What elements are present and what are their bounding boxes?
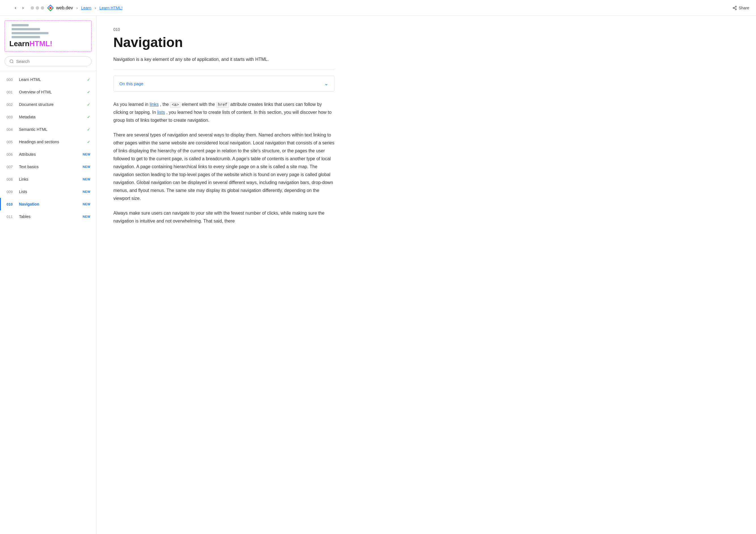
breadcrumb-sep-2: › — [94, 6, 96, 10]
new-badge-006: NEW — [83, 153, 91, 156]
sidebar-item-004[interactable]: 004 Semantic HTML ✓ — [0, 123, 96, 136]
sidebar-item-008[interactable]: 008 Links NEW — [0, 173, 96, 186]
webdev-logo[interactable]: web.dev — [46, 4, 73, 12]
breadcrumb-learn-html[interactable]: Learn HTML! — [99, 6, 123, 10]
divider-top — [113, 70, 334, 70]
section-number: 010 — [113, 27, 334, 32]
check-icon-005: ✓ — [87, 140, 91, 144]
link-links[interactable]: links — [149, 102, 159, 107]
sidebar-item-005[interactable]: 005 Headings and sections ✓ — [0, 136, 96, 148]
body-paragraph-2: There are several types of navigation an… — [113, 131, 334, 202]
svg-line-7 — [13, 62, 13, 63]
sidebar-header: LearnHTML! — [0, 16, 96, 71]
svg-line-5 — [734, 7, 735, 8]
body-p1-prefix: As you learned in — [113, 102, 149, 107]
body-p1-m1: , the — [160, 102, 170, 107]
new-badge-010: NEW — [83, 202, 91, 206]
breadcrumb-sep-1: › — [76, 6, 78, 10]
page-title: Navigation — [113, 35, 334, 50]
search-input[interactable] — [16, 59, 87, 64]
share-icon — [733, 6, 737, 10]
code-a-element: <a> — [170, 102, 180, 108]
page-subtitle: Navigation is a key element of any site … — [113, 56, 334, 63]
share-label: Share — [739, 6, 749, 10]
code-href-attr: href — [216, 102, 229, 108]
svg-point-1 — [735, 6, 737, 7]
new-badge-008: NEW — [83, 178, 91, 181]
logo-placeholder — [9, 24, 87, 38]
browser-controls: ‹ › — [14, 4, 25, 12]
check-icon-003: ✓ — [87, 115, 91, 119]
svg-point-3 — [735, 9, 737, 10]
title-html: HTML! — [29, 39, 52, 48]
on-this-page-label: On this page — [119, 81, 143, 86]
new-badge-011: NEW — [83, 215, 91, 218]
check-icon-004: ✓ — [87, 127, 91, 132]
dot-green — [41, 6, 44, 10]
check-icon-002: ✓ — [87, 102, 91, 107]
webdev-logo-icon — [46, 4, 54, 12]
svg-line-4 — [734, 8, 735, 9]
chevron-down-icon: ⌄ — [324, 80, 328, 87]
title-learn: Learn — [9, 39, 29, 48]
sidebar-title: LearnHTML! — [9, 39, 87, 48]
search-box[interactable] — [5, 56, 92, 66]
sidebar-nav: 000 Learn HTML ✓ 001 Overview of HTML ✓ … — [0, 71, 96, 225]
top-navbar: ‹ › web.dev › Learn › Learn HTML! Share — [0, 0, 756, 16]
body-p1-m2: element with the — [182, 102, 216, 107]
forward-button[interactable]: › — [21, 4, 25, 12]
sidebar-item-000[interactable]: 000 Learn HTML ✓ — [0, 73, 96, 86]
new-badge-007: NEW — [83, 165, 91, 168]
sidebar-item-010[interactable]: 010 Navigation NEW — [0, 198, 96, 210]
breadcrumb-learn[interactable]: Learn — [81, 6, 91, 10]
sidebar-item-011[interactable]: 011 Tables NEW — [0, 210, 96, 223]
sidebar-item-003[interactable]: 003 Metadata ✓ — [0, 111, 96, 123]
check-icon-001: ✓ — [87, 90, 91, 94]
link-lists[interactable]: lists — [157, 110, 165, 115]
sidebar-logo-area: LearnHTML! — [5, 20, 92, 52]
search-icon — [9, 59, 14, 64]
sidebar-item-007[interactable]: 007 Text basics NEW — [0, 161, 96, 173]
placeholder-line-2 — [12, 28, 40, 30]
dot-red — [31, 6, 34, 10]
svg-point-2 — [733, 7, 734, 9]
check-icon-000: ✓ — [87, 77, 91, 82]
main-layout: LearnHTML! 000 Learn HTML ✓ — [0, 16, 756, 534]
sidebar: LearnHTML! 000 Learn HTML ✓ — [0, 16, 96, 534]
back-button[interactable]: ‹ — [14, 4, 17, 12]
sidebar-item-002[interactable]: 002 Document structure ✓ — [0, 98, 96, 111]
svg-point-0 — [49, 7, 52, 9]
main-content: 010 Navigation Navigation is a key eleme… — [96, 16, 351, 534]
placeholder-line-1 — [12, 24, 29, 26]
webdev-text: web.dev — [56, 5, 73, 11]
share-button[interactable]: Share — [733, 6, 749, 10]
placeholder-line-3 — [12, 32, 48, 34]
on-this-page-widget: On this page ⌄ — [113, 76, 334, 91]
body-paragraph-1: As you learned in links , the <a> elemen… — [113, 100, 334, 124]
nav-left: ‹ › web.dev › Learn › Learn HTML! — [7, 4, 122, 12]
placeholder-line-4 — [12, 36, 40, 38]
sidebar-item-001[interactable]: 001 Overview of HTML ✓ — [0, 86, 96, 98]
body-p3-text: Always make sure users can navigate to y… — [113, 211, 324, 223]
new-badge-009: NEW — [83, 190, 91, 193]
sidebar-item-006[interactable]: 006 Attributes NEW — [0, 148, 96, 161]
on-this-page-toggle[interactable]: On this page ⌄ — [114, 76, 334, 91]
window-controls — [31, 6, 44, 10]
dot-yellow — [36, 6, 39, 10]
sidebar-item-009[interactable]: 009 Lists NEW — [0, 186, 96, 198]
body-paragraph-3: Always make sure users can navigate to y… — [113, 209, 334, 225]
svg-point-6 — [10, 60, 13, 63]
